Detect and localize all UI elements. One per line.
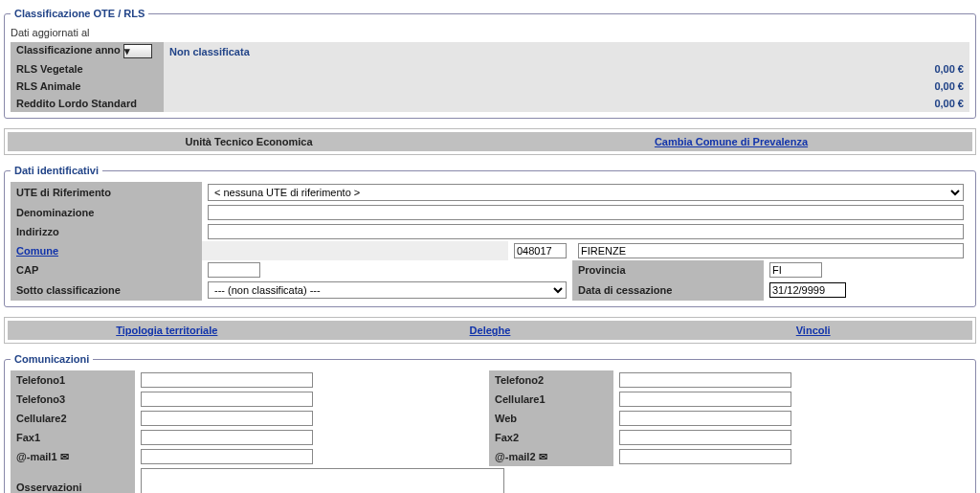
telefono2-label: Telefono2 <box>489 370 613 390</box>
cellulare2-input[interactable] <box>141 411 313 426</box>
cambia-comune-link[interactable]: Cambia Comune di Prevalenza <box>655 136 808 147</box>
sotto-select[interactable]: --- (non classificata) --- <box>208 281 567 299</box>
web-label: Web <box>489 409 613 428</box>
dati-aggiornati-label: Dati aggiornati al <box>11 25 969 42</box>
fax1-label: Fax1 <box>11 428 135 447</box>
sotto-label: Sotto classificazione <box>11 280 202 301</box>
vincoli-link[interactable]: Vincoli <box>796 325 831 336</box>
email2-input[interactable] <box>619 449 791 464</box>
classif-anno-value: Non classificata <box>169 46 250 57</box>
indirizzo-label: Indirizzo <box>11 222 202 241</box>
cellulare1-label: Cellulare1 <box>489 390 613 409</box>
provincia-label: Provincia <box>572 260 764 280</box>
provincia-input[interactable] <box>769 262 822 278</box>
osservazioni-label: Osservazioni <box>11 466 135 493</box>
telefono1-input[interactable] <box>141 372 313 388</box>
tipologia-link[interactable]: Tipologia territoriale <box>116 325 217 336</box>
email1-input[interactable] <box>141 449 313 464</box>
comune-link[interactable]: Comune <box>16 245 58 257</box>
email1-label: @-mail1 <box>16 451 57 462</box>
comune-code-input[interactable] <box>514 243 567 258</box>
classif-anno-label: Classificazione anno <box>16 44 121 56</box>
telefono2-input[interactable] <box>619 372 791 388</box>
fax2-input[interactable] <box>619 430 791 445</box>
cap-input[interactable] <box>208 262 260 278</box>
ute-col1: Unità Tecnico Economica <box>8 132 490 151</box>
indirizzo-input[interactable] <box>208 224 964 239</box>
deleghe-link[interactable]: Deleghe <box>470 325 511 336</box>
classificazione-legend: Classificazione OTE / RLS <box>11 8 148 19</box>
telefono3-label: Telefono3 <box>11 390 135 409</box>
rls-ani-value: 0,00 € <box>164 78 969 95</box>
cellulare2-label: Cellulare2 <box>11 409 135 428</box>
cessazione-input[interactable] <box>769 282 846 298</box>
classificazione-fieldset: Classificazione OTE / RLS Dati aggiornat… <box>4 8 976 119</box>
web-input[interactable] <box>619 411 791 426</box>
email2-label: @-mail2 <box>495 451 536 462</box>
ute-rif-label: UTE di Riferimento <box>11 182 202 203</box>
comunicazioni-fieldset: Comunicazioni Telefono1 Telefono2 Telefo… <box>4 353 976 493</box>
telefono3-input[interactable] <box>141 392 313 407</box>
rls-ani-label: RLS Animale <box>11 78 164 95</box>
ute-rif-select[interactable]: < nessuna UTE di riferimento > <box>208 184 964 201</box>
denominazione-input[interactable] <box>208 205 964 220</box>
telefono1-label: Telefono1 <box>11 370 135 390</box>
fax2-label: Fax2 <box>489 428 613 447</box>
rls-veg-label: RLS Vegetale <box>11 60 164 78</box>
envelope-icon: ✉ <box>60 451 69 462</box>
identificativi-fieldset: Dati identificativi UTE di Riferimento <… <box>4 165 976 307</box>
identificativi-legend: Dati identificativi <box>11 165 102 176</box>
rls-veg-value: 0,00 € <box>164 60 969 78</box>
nav-panel: Tipologia territoriale Deleghe Vincoli <box>4 317 976 344</box>
fax1-input[interactable] <box>141 430 313 445</box>
comune-name-input[interactable] <box>578 243 964 258</box>
cessazione-label: Data di cessazione <box>572 280 764 301</box>
ute-header-panel: Unità Tecnico Economica Cambia Comune di… <box>4 128 976 155</box>
denominazione-label: Denominazione <box>11 203 202 222</box>
classif-anno-dropdown[interactable]: ▾ <box>123 44 152 58</box>
envelope-icon: ✉ <box>539 451 547 462</box>
comunicazioni-legend: Comunicazioni <box>11 353 93 365</box>
reddito-label: Reddito Lordo Standard <box>11 95 164 112</box>
cellulare1-input[interactable] <box>619 392 791 407</box>
cap-label: CAP <box>11 260 202 280</box>
osservazioni-textarea[interactable] <box>141 468 504 493</box>
reddito-value: 0,00 € <box>164 95 969 112</box>
